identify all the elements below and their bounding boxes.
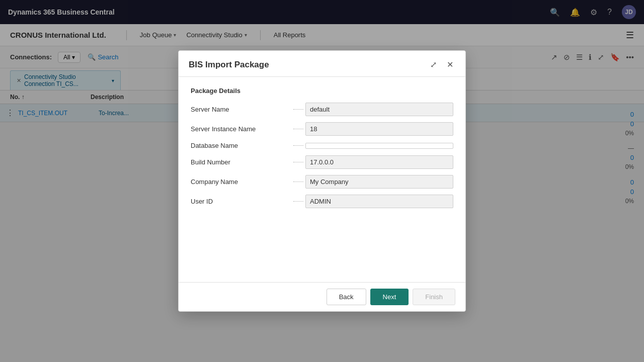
- section-title: Package Details: [191, 87, 453, 95]
- field-value-server-instance-name[interactable]: 18: [305, 122, 453, 136]
- field-value-build-number[interactable]: 17.0.0.0: [305, 155, 453, 169]
- field-label-server-instance-name: Server Instance Name: [191, 125, 291, 133]
- field-label-user-id: User ID: [191, 198, 291, 205]
- field-row-database-name: Database Name: [191, 142, 453, 149]
- field-value-company-name[interactable]: My Company: [305, 175, 453, 189]
- modal-body: Package Details Server Name default Serv…: [179, 77, 465, 282]
- field-row-user-id: User ID ADMIN: [191, 195, 453, 208]
- modal-expand-button[interactable]: ⤢: [428, 59, 439, 70]
- field-row-server-instance-name: Server Instance Name 18: [191, 122, 453, 136]
- field-value-server-name[interactable]: default: [305, 103, 453, 116]
- field-label-company-name: Company Name: [191, 178, 291, 186]
- bis-import-package-modal: BIS Import Package ⤢ ✕ Package Details S…: [178, 50, 466, 312]
- field-row-company-name: Company Name My Company: [191, 175, 453, 189]
- modal-header-icons: ⤢ ✕: [428, 59, 455, 70]
- modal-header: BIS Import Package ⤢ ✕: [179, 51, 465, 77]
- field-value-database-name[interactable]: [305, 143, 453, 149]
- modal-footer: Back Next Finish: [179, 282, 465, 311]
- modal-title: BIS Import Package: [189, 60, 269, 70]
- modal-close-button[interactable]: ✕: [445, 59, 455, 70]
- field-label-database-name: Database Name: [191, 142, 291, 149]
- field-value-user-id[interactable]: ADMIN: [305, 195, 453, 208]
- back-button[interactable]: Back: [327, 289, 366, 305]
- field-label-build-number: Build Number: [191, 158, 291, 166]
- finish-button: Finish: [413, 289, 455, 305]
- field-label-server-name: Server Name: [191, 106, 291, 113]
- field-row-server-name: Server Name default: [191, 103, 453, 116]
- field-row-build-number: Build Number 17.0.0.0: [191, 155, 453, 169]
- modal-overlay: BIS Import Package ⤢ ✕ Package Details S…: [0, 0, 644, 362]
- next-button[interactable]: Next: [370, 289, 409, 305]
